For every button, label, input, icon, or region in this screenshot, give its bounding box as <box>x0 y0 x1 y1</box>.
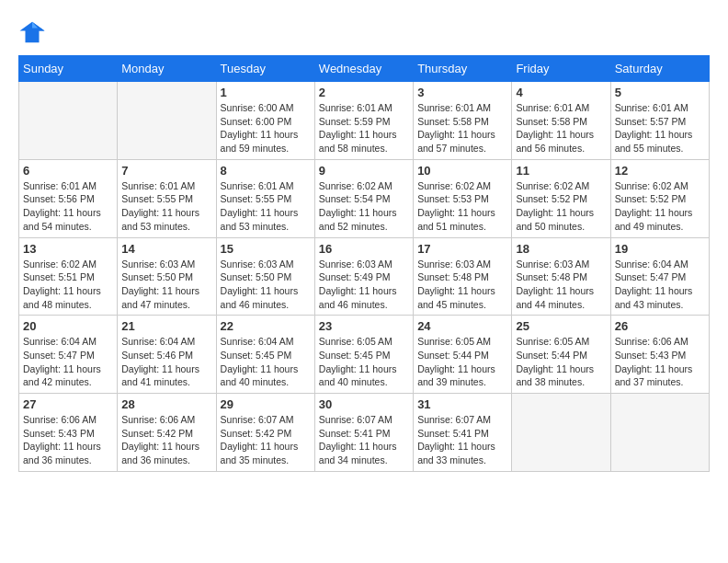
day-info: Sunrise: 6:01 AMSunset: 5:55 PMDaylight:… <box>121 179 211 234</box>
calendar-day-cell: 27Sunrise: 6:06 AMSunset: 5:43 PMDayligh… <box>19 394 118 472</box>
day-info: Sunrise: 6:02 AMSunset: 5:52 PMDaylight:… <box>615 179 705 234</box>
weekday-header: Friday <box>512 56 610 82</box>
calendar-day-cell: 5Sunrise: 6:01 AMSunset: 5:57 PMDaylight… <box>610 82 709 160</box>
calendar-day-cell: 30Sunrise: 6:07 AMSunset: 5:41 PMDayligh… <box>314 394 413 472</box>
calendar-day-cell <box>610 394 709 472</box>
weekday-header: Sunday <box>19 56 118 82</box>
day-info: Sunrise: 6:01 AMSunset: 5:57 PMDaylight:… <box>615 101 705 155</box>
day-number: 12 <box>615 164 705 178</box>
calendar-day-cell: 2Sunrise: 6:01 AMSunset: 5:59 PMDaylight… <box>314 82 413 160</box>
day-number: 14 <box>121 242 211 256</box>
day-number: 27 <box>23 397 113 411</box>
weekday-header: Monday <box>118 56 216 82</box>
day-number: 3 <box>417 86 507 99</box>
day-number: 18 <box>516 242 606 256</box>
weekday-header: Saturday <box>610 56 709 82</box>
day-info: Sunrise: 6:03 AMSunset: 5:50 PMDaylight:… <box>221 258 311 312</box>
day-number: 11 <box>516 164 606 178</box>
day-info: Sunrise: 6:04 AMSunset: 5:47 PMDaylight:… <box>615 258 705 312</box>
day-info: Sunrise: 6:07 AMSunset: 5:41 PMDaylight:… <box>319 413 409 467</box>
calendar-day-cell: 18Sunrise: 6:03 AMSunset: 5:48 PMDayligh… <box>512 237 610 316</box>
day-number: 24 <box>417 319 507 333</box>
day-number: 25 <box>516 319 606 333</box>
calendar-day-cell: 25Sunrise: 6:05 AMSunset: 5:44 PMDayligh… <box>512 316 610 394</box>
day-number: 22 <box>221 319 311 333</box>
day-number: 17 <box>417 242 507 256</box>
day-info: Sunrise: 6:02 AMSunset: 5:54 PMDaylight:… <box>319 179 409 234</box>
day-info: Sunrise: 6:01 AMSunset: 5:58 PMDaylight:… <box>417 101 507 155</box>
calendar-day-cell <box>19 82 118 160</box>
day-number: 2 <box>319 86 409 99</box>
day-number: 9 <box>319 164 409 178</box>
day-number: 20 <box>23 319 113 333</box>
calendar-day-cell: 12Sunrise: 6:02 AMSunset: 5:52 PMDayligh… <box>610 159 709 237</box>
day-number: 1 <box>221 86 311 99</box>
calendar-day-cell: 9Sunrise: 6:02 AMSunset: 5:54 PMDaylight… <box>314 159 413 237</box>
calendar-week-row: 1Sunrise: 6:00 AMSunset: 6:00 PMDaylight… <box>19 82 710 160</box>
calendar-day-cell: 13Sunrise: 6:02 AMSunset: 5:51 PMDayligh… <box>19 237 118 316</box>
day-info: Sunrise: 6:06 AMSunset: 5:43 PMDaylight:… <box>615 335 705 389</box>
day-info: Sunrise: 6:01 AMSunset: 5:59 PMDaylight:… <box>319 101 409 155</box>
day-number: 5 <box>615 86 705 99</box>
day-info: Sunrise: 6:02 AMSunset: 5:51 PMDaylight:… <box>23 258 113 312</box>
calendar-day-cell: 26Sunrise: 6:06 AMSunset: 5:43 PMDayligh… <box>610 316 709 394</box>
day-number: 6 <box>23 164 113 178</box>
weekday-header: Tuesday <box>216 56 314 82</box>
calendar-day-cell: 19Sunrise: 6:04 AMSunset: 5:47 PMDayligh… <box>610 237 709 316</box>
day-info: Sunrise: 6:05 AMSunset: 5:45 PMDaylight:… <box>319 335 409 389</box>
calendar-day-cell <box>118 82 216 160</box>
day-info: Sunrise: 6:06 AMSunset: 5:42 PMDaylight:… <box>121 413 211 467</box>
calendar-day-cell <box>512 394 610 472</box>
day-number: 28 <box>121 397 211 411</box>
calendar-day-cell: 16Sunrise: 6:03 AMSunset: 5:49 PMDayligh… <box>314 237 413 316</box>
calendar-day-cell: 15Sunrise: 6:03 AMSunset: 5:50 PMDayligh… <box>216 237 314 316</box>
day-info: Sunrise: 6:03 AMSunset: 5:48 PMDaylight:… <box>417 258 507 312</box>
day-number: 30 <box>319 397 409 411</box>
weekday-header-row: SundayMondayTuesdayWednesdayThursdayFrid… <box>19 56 710 82</box>
day-info: Sunrise: 6:03 AMSunset: 5:49 PMDaylight:… <box>319 258 409 312</box>
calendar-week-row: 20Sunrise: 6:04 AMSunset: 5:47 PMDayligh… <box>19 316 710 394</box>
day-number: 4 <box>516 86 606 99</box>
day-info: Sunrise: 6:04 AMSunset: 5:45 PMDaylight:… <box>221 335 311 389</box>
calendar-day-cell: 14Sunrise: 6:03 AMSunset: 5:50 PMDayligh… <box>118 237 216 316</box>
calendar-day-cell: 29Sunrise: 6:07 AMSunset: 5:42 PMDayligh… <box>216 394 314 472</box>
calendar-day-cell: 6Sunrise: 6:01 AMSunset: 5:56 PMDaylight… <box>19 159 118 237</box>
day-number: 23 <box>319 319 409 333</box>
day-number: 10 <box>417 164 507 178</box>
calendar-day-cell: 20Sunrise: 6:04 AMSunset: 5:47 PMDayligh… <box>19 316 118 394</box>
day-number: 15 <box>221 242 311 256</box>
calendar-table: SundayMondayTuesdayWednesdayThursdayFrid… <box>18 55 710 472</box>
day-info: Sunrise: 6:07 AMSunset: 5:41 PMDaylight:… <box>417 413 507 467</box>
day-info: Sunrise: 6:03 AMSunset: 5:48 PMDaylight:… <box>516 258 606 312</box>
calendar-week-row: 6Sunrise: 6:01 AMSunset: 5:56 PMDaylight… <box>19 159 710 237</box>
calendar-day-cell: 28Sunrise: 6:06 AMSunset: 5:42 PMDayligh… <box>118 394 216 472</box>
day-number: 8 <box>221 164 311 178</box>
day-info: Sunrise: 6:00 AMSunset: 6:00 PMDaylight:… <box>221 101 311 155</box>
day-number: 13 <box>23 242 113 256</box>
day-number: 7 <box>121 164 211 178</box>
calendar-day-cell: 11Sunrise: 6:02 AMSunset: 5:52 PMDayligh… <box>512 159 610 237</box>
day-info: Sunrise: 6:05 AMSunset: 5:44 PMDaylight:… <box>417 335 507 389</box>
day-number: 26 <box>615 319 705 333</box>
day-number: 21 <box>121 319 211 333</box>
calendar-week-row: 27Sunrise: 6:06 AMSunset: 5:43 PMDayligh… <box>19 394 710 472</box>
day-info: Sunrise: 6:07 AMSunset: 5:42 PMDaylight:… <box>221 413 311 467</box>
calendar-day-cell: 10Sunrise: 6:02 AMSunset: 5:53 PMDayligh… <box>414 159 512 237</box>
calendar-day-cell: 23Sunrise: 6:05 AMSunset: 5:45 PMDayligh… <box>314 316 413 394</box>
day-info: Sunrise: 6:01 AMSunset: 5:58 PMDaylight:… <box>516 101 606 155</box>
calendar-day-cell: 1Sunrise: 6:00 AMSunset: 6:00 PMDaylight… <box>216 82 314 160</box>
day-number: 19 <box>615 242 705 256</box>
calendar-week-row: 13Sunrise: 6:02 AMSunset: 5:51 PMDayligh… <box>19 237 710 316</box>
weekday-header: Wednesday <box>314 56 413 82</box>
weekday-header: Thursday <box>414 56 512 82</box>
day-number: 29 <box>221 397 311 411</box>
calendar-day-cell: 24Sunrise: 6:05 AMSunset: 5:44 PMDayligh… <box>414 316 512 394</box>
day-info: Sunrise: 6:02 AMSunset: 5:52 PMDaylight:… <box>516 179 606 234</box>
day-info: Sunrise: 6:01 AMSunset: 5:55 PMDaylight:… <box>221 179 311 234</box>
logo-icon <box>18 18 46 46</box>
calendar-day-cell: 7Sunrise: 6:01 AMSunset: 5:55 PMDaylight… <box>118 159 216 237</box>
day-number: 16 <box>319 242 409 256</box>
calendar-day-cell: 31Sunrise: 6:07 AMSunset: 5:41 PMDayligh… <box>414 394 512 472</box>
day-info: Sunrise: 6:03 AMSunset: 5:50 PMDaylight:… <box>121 258 211 312</box>
day-info: Sunrise: 6:02 AMSunset: 5:53 PMDaylight:… <box>417 179 507 234</box>
